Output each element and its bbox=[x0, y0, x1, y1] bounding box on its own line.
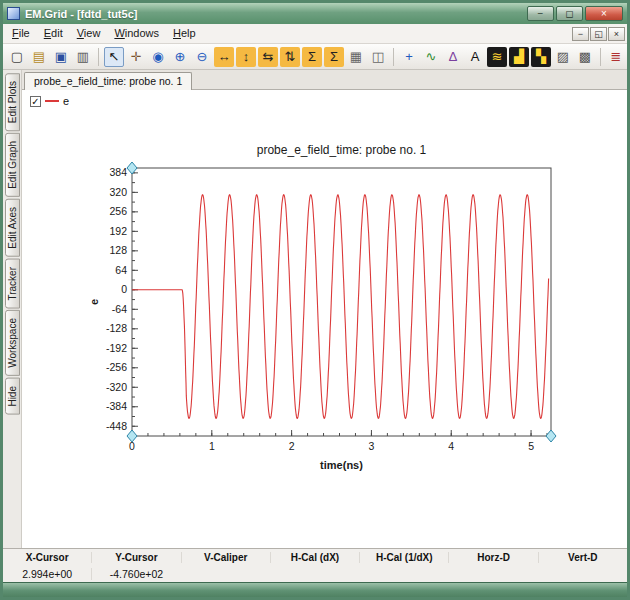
app-window: EM.Grid - [fdtd_tut5c] −◻× FileEditViewW… bbox=[0, 0, 630, 600]
fft-button[interactable]: ≋ bbox=[487, 47, 507, 67]
y-tick-label: -128 bbox=[106, 322, 127, 334]
x-tick-label: 5 bbox=[528, 440, 534, 452]
title-bar: EM.Grid - [fdtd_tut5c] −◻× bbox=[3, 3, 627, 24]
add-marker-button[interactable]: + bbox=[399, 47, 419, 67]
maximize-button[interactable]: ◻ bbox=[556, 6, 583, 21]
zoom-out-button[interactable]: ⊖ bbox=[192, 47, 212, 67]
spectrum-button[interactable]: ▟ bbox=[509, 47, 529, 67]
sidebar-tab-edit-graph[interactable]: Edit Graph bbox=[5, 133, 20, 197]
y-tick-label: 128 bbox=[109, 244, 127, 256]
menu-help[interactable]: Help bbox=[166, 25, 203, 42]
main-region: Edit PlotsEdit GraphEdit AxesTrackerWork… bbox=[3, 70, 627, 548]
y-tick-label: -64 bbox=[112, 303, 127, 315]
toolbar: ▢▤▣▥↖✛◉⊕⊖↔↕⇆⇅ΣΣ▦◫+∿∆A≋▟▚▨▩≣Layou bbox=[3, 44, 627, 70]
sum-y-button[interactable]: Σ bbox=[324, 47, 344, 67]
toolbar-separator bbox=[600, 48, 601, 66]
plot-border bbox=[132, 168, 551, 436]
sidebar-tab-hide[interactable]: Hide bbox=[5, 378, 20, 415]
legend-series-label: e bbox=[63, 95, 69, 107]
menu-bar: FileEditViewWindowsHelp−◱× bbox=[3, 24, 627, 44]
status-header-y-cursor: Y-Cursor bbox=[91, 552, 180, 563]
y-tick-label: -448 bbox=[106, 420, 127, 432]
zoom-in-button[interactable]: ⊕ bbox=[170, 47, 190, 67]
new-file-button[interactable]: ▢ bbox=[7, 47, 27, 67]
grid-table-button[interactable]: ▦ bbox=[346, 47, 366, 67]
y-tick-label: -320 bbox=[106, 381, 127, 393]
select-tool-button[interactable]: ↖ bbox=[104, 47, 124, 67]
axis-handle-top[interactable] bbox=[127, 162, 137, 174]
sum-x-button[interactable]: Σ bbox=[302, 47, 322, 67]
legend: ✓ e bbox=[30, 95, 69, 107]
status-header-h-cal-1-dx-: H-Cal (1/dX) bbox=[359, 552, 448, 563]
status-value-0: 2.994e+00 bbox=[3, 568, 91, 580]
window-bottom-frame bbox=[3, 582, 627, 597]
sidebar-tab-workspace[interactable]: Workspace bbox=[5, 310, 20, 376]
y-axis-label: e bbox=[88, 299, 100, 305]
text-tool-button[interactable]: A bbox=[465, 47, 485, 67]
status-bar: X-CursorY-CursorV-CaliperH-Cal (dX)H-Cal… bbox=[3, 548, 627, 582]
status-header-vert-d: Vert-D bbox=[538, 552, 627, 563]
status-header-x-cursor: X-Cursor bbox=[3, 552, 91, 563]
close-button[interactable]: × bbox=[585, 6, 623, 21]
open-file-button[interactable]: ▤ bbox=[29, 47, 49, 67]
y-tick-label: 192 bbox=[109, 225, 127, 237]
chart-title: probe_e_field_time: probe no. 1 bbox=[257, 143, 427, 157]
child-restore-button[interactable]: ◱ bbox=[590, 27, 607, 41]
save-button[interactable]: ▣ bbox=[51, 47, 71, 67]
print-button[interactable]: ▥ bbox=[73, 47, 93, 67]
status-value-1: -4.760e+02 bbox=[91, 568, 180, 580]
document-tab[interactable]: probe_e_field_time: probe no. 1 bbox=[24, 72, 192, 90]
window-title: EM.Grid - [fdtd_tut5c] bbox=[25, 8, 527, 20]
x-tick-label: 2 bbox=[289, 440, 295, 452]
pattern-button[interactable]: ▨ bbox=[553, 47, 573, 67]
sidebar-tab-edit-plots[interactable]: Edit Plots bbox=[5, 73, 20, 131]
menu-file[interactable]: File bbox=[5, 25, 37, 42]
app-icon bbox=[7, 7, 20, 20]
toolbar-separator bbox=[98, 48, 99, 66]
child-minimize-button[interactable]: − bbox=[572, 27, 589, 41]
menu-view[interactable]: View bbox=[70, 25, 108, 42]
child-close-button[interactable]: × bbox=[608, 27, 625, 41]
y-tick-label: -192 bbox=[106, 342, 127, 354]
status-header-row: X-CursorY-CursorV-CaliperH-Cal (dX)H-Cal… bbox=[3, 549, 627, 566]
y-tick-label: 320 bbox=[109, 186, 127, 198]
series-e-line bbox=[132, 195, 549, 418]
y-tick-label: 0 bbox=[121, 283, 127, 295]
legend-toggle-button[interactable]: ◫ bbox=[368, 47, 388, 67]
expand-y-button[interactable]: ⇅ bbox=[280, 47, 300, 67]
chart: 012345384320256192128640-64-128-192-256-… bbox=[84, 138, 594, 498]
axis-handle-right[interactable] bbox=[546, 430, 556, 442]
x-tick-label: 3 bbox=[369, 440, 375, 452]
window-controls: −◻× bbox=[527, 6, 623, 21]
peak-tool-button[interactable]: ∆ bbox=[443, 47, 463, 67]
sidebar-tab-edit-axes[interactable]: Edit Axes bbox=[5, 199, 20, 257]
plot-canvas: ✓ e 012345384320256192128640-64-128-192-… bbox=[22, 90, 627, 548]
minimize-button[interactable]: − bbox=[527, 6, 554, 21]
expand-x-button[interactable]: ⇆ bbox=[258, 47, 278, 67]
layout-button[interactable]: ≣ bbox=[606, 47, 626, 67]
pan-tool-button[interactable]: ✛ bbox=[126, 47, 146, 67]
sidebar: Edit PlotsEdit GraphEdit AxesTrackerWork… bbox=[3, 70, 22, 548]
status-header-horz-d: Horz-D bbox=[448, 552, 537, 563]
y-tick-label: -256 bbox=[106, 361, 127, 373]
menu-windows[interactable]: Windows bbox=[107, 25, 166, 42]
y-tick-label: 64 bbox=[115, 264, 127, 276]
status-value-row: 2.994e+00-4.760e+02 bbox=[3, 566, 627, 583]
sidebar-tab-tracker[interactable]: Tracker bbox=[5, 259, 20, 309]
menu-edit[interactable]: Edit bbox=[37, 25, 70, 42]
x-tick-label: 1 bbox=[209, 440, 215, 452]
status-header-v-caliper: V-Caliper bbox=[181, 552, 270, 563]
x-axis-label: time(ns) bbox=[320, 459, 363, 471]
zoom-tool-button[interactable]: ◉ bbox=[148, 47, 168, 67]
overlay-button[interactable]: ▚ bbox=[531, 47, 551, 67]
status-header-h-cal-dx-: H-Cal (dX) bbox=[270, 552, 359, 563]
y-tick-label: -384 bbox=[106, 400, 127, 412]
toolbar-separator bbox=[393, 48, 394, 66]
fit-horizontal-button[interactable]: ↔ bbox=[214, 47, 234, 67]
legend-checkbox[interactable]: ✓ bbox=[30, 96, 41, 107]
fit-vertical-button[interactable]: ↕ bbox=[236, 47, 256, 67]
y-tick-label: 256 bbox=[109, 205, 127, 217]
pattern2-button[interactable]: ▩ bbox=[575, 47, 595, 67]
y-tick-label: 384 bbox=[109, 166, 127, 178]
curve-tool-button[interactable]: ∿ bbox=[421, 47, 441, 67]
